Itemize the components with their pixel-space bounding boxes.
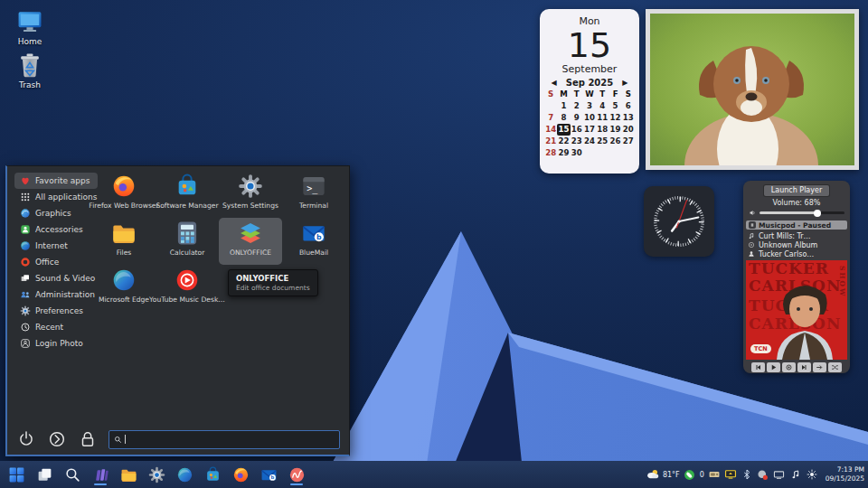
taskbar-clock[interactable]: 7:13 PM 09/15/2025 <box>826 465 864 483</box>
desktop-icon-trash[interactable]: Trash <box>7 51 52 89</box>
calendar-date[interactable]: 3 <box>583 100 596 112</box>
calendar-date[interactable]: 19 <box>609 124 621 136</box>
taskbar-musikpod-button[interactable] <box>286 463 307 486</box>
volume-knob[interactable] <box>814 210 821 217</box>
sidebar-item-preferences[interactable]: Preferences <box>14 303 98 319</box>
app-terminal[interactable]: Terminal <box>282 171 345 218</box>
app-software-manager[interactable]: Software Manager <box>156 171 219 218</box>
calendar-date[interactable]: 2 <box>571 100 583 112</box>
calendar-next-icon[interactable]: ▶ <box>622 79 627 87</box>
calendar-date[interactable]: 29 <box>557 147 570 159</box>
clock-face <box>647 190 711 253</box>
calendar-date[interactable]: 1 <box>557 100 570 112</box>
calendar-date[interactable]: 30 <box>571 147 583 159</box>
launch-player-button[interactable]: Launch Player <box>764 185 829 196</box>
calendar-date[interactable]: 7 <box>544 112 557 124</box>
calendar-date[interactable]: 6 <box>622 100 635 112</box>
calendar-date[interactable]: 9 <box>571 112 583 124</box>
brightness-icon[interactable] <box>806 468 818 481</box>
display-icon[interactable] <box>773 468 786 481</box>
sidebar-item-graphics[interactable]: Graphics <box>14 205 98 221</box>
calendar-date[interactable]: 24 <box>583 136 596 147</box>
calendar-date[interactable]: 16 <box>571 124 583 136</box>
app-microsoft-edge[interactable]: Microsoft Edge <box>92 265 156 312</box>
taskbar-bluemail-button[interactable] <box>258 463 279 486</box>
tcn-badge: TCN <box>750 344 771 353</box>
app-onlyoffice[interactable]: ONLYOFFICE <box>219 218 282 265</box>
app-bluemail[interactable]: BlueMail <box>282 218 345 265</box>
calendar-date[interactable]: 12 <box>609 112 621 124</box>
sidebar-item-internet[interactable]: Internet <box>14 238 98 254</box>
app-label: BlueMail <box>299 249 328 257</box>
weather-icon[interactable] <box>646 468 659 481</box>
calendar-date[interactable]: 18 <box>596 124 609 136</box>
temperature-label[interactable]: 81°F <box>663 471 680 479</box>
sidebar-item-login-photo[interactable]: Login Photo <box>14 335 98 352</box>
media-device-icon[interactable] <box>708 468 721 481</box>
calendar-date[interactable]: 17 <box>583 124 596 136</box>
calendar-date[interactable]: 13 <box>622 112 635 124</box>
gear-icon <box>148 466 165 483</box>
calendar-date[interactable]: 27 <box>622 136 635 147</box>
app-firefox[interactable]: Firefox Web Browser <box>92 171 156 218</box>
taskbar-file-manager-button[interactable] <box>118 463 139 486</box>
lock-button[interactable] <box>78 429 98 449</box>
sidebar-item-recent[interactable]: Recent <box>14 319 98 335</box>
power-button[interactable] <box>16 429 36 449</box>
taskbar-firefox-button[interactable] <box>230 463 251 486</box>
calendar-date[interactable]: 21 <box>544 136 557 147</box>
calendar-date[interactable]: 26 <box>609 136 621 147</box>
app-calculator[interactable]: Calculator <box>156 218 219 265</box>
calendar-date[interactable]: 15 <box>557 124 570 136</box>
calendar-date[interactable]: 14 <box>544 124 557 136</box>
app-files[interactable]: Files <box>92 218 156 265</box>
taskbar-settings-button[interactable] <box>146 463 167 486</box>
media-player-widget: Launch Player Volume: 68% Musicpod - Pau… <box>743 181 850 373</box>
sidebar-item-sound-video[interactable]: Sound & Video <box>14 270 98 286</box>
player-shuffle-button[interactable] <box>828 362 842 372</box>
screen-share-icon[interactable] <box>724 468 737 481</box>
task-view-button[interactable] <box>33 463 55 486</box>
terminal-icon <box>300 174 327 199</box>
player-play-button[interactable] <box>767 362 780 372</box>
sidebar-label: Favorite apps <box>35 176 90 185</box>
calendar-date[interactable]: 11 <box>596 112 609 124</box>
artist-name: Tucker Carlso… <box>759 250 814 258</box>
logout-button[interactable] <box>47 429 67 449</box>
player-previous-button[interactable] <box>751 362 765 372</box>
calendar-date[interactable]: 28 <box>544 147 557 159</box>
desktop-icon-home[interactable]: Home <box>7 7 52 46</box>
player-next-button[interactable] <box>797 362 811 372</box>
player-forward-button[interactable] <box>813 362 826 372</box>
menu-search-box[interactable] <box>108 430 340 449</box>
taskbar-search-button[interactable] <box>61 463 83 486</box>
player-record-button[interactable] <box>782 362 796 372</box>
calendar-date[interactable]: 4 <box>596 100 609 112</box>
calendar-prev-icon[interactable]: ◀ <box>552 79 557 87</box>
sidebar-item-accessories[interactable]: Accessories <box>14 221 98 238</box>
bluetooth-icon[interactable] <box>741 468 753 481</box>
app-system-settings[interactable]: System Settings <box>219 171 282 218</box>
phone-icon[interactable] <box>684 468 696 481</box>
volume-slider[interactable] <box>760 211 844 214</box>
volume-status-icon[interactable] <box>757 468 769 481</box>
start-button[interactable] <box>5 463 27 486</box>
calendar-date[interactable]: 5 <box>609 100 621 112</box>
calendar-date[interactable]: 20 <box>622 124 635 136</box>
taskbar-library-button[interactable] <box>90 463 111 486</box>
music-note-icon[interactable] <box>789 468 802 481</box>
calendar-date[interactable]: 23 <box>571 136 583 147</box>
sidebar-item-administration[interactable]: Administration <box>14 286 98 303</box>
sidebar-item-favorite-apps[interactable]: Favorite apps <box>14 173 98 189</box>
calendar-date[interactable]: 25 <box>596 136 609 147</box>
calendar-date[interactable]: 22 <box>557 136 570 147</box>
calendar-date[interactable]: 8 <box>557 112 570 124</box>
calendar-date[interactable]: 10 <box>583 112 596 124</box>
taskbar-edge-button[interactable] <box>174 463 195 486</box>
taskbar-software-manager-button[interactable] <box>202 463 223 486</box>
app-youtube-music[interactable]: YouTube Music Desk… <box>156 265 219 312</box>
sidebar-item-office[interactable]: Office <box>14 254 98 270</box>
calendar-day-header: F <box>609 89 621 100</box>
sidebar-item-all-applications[interactable]: All applications <box>14 189 98 205</box>
menu-search-input[interactable] <box>128 435 335 444</box>
